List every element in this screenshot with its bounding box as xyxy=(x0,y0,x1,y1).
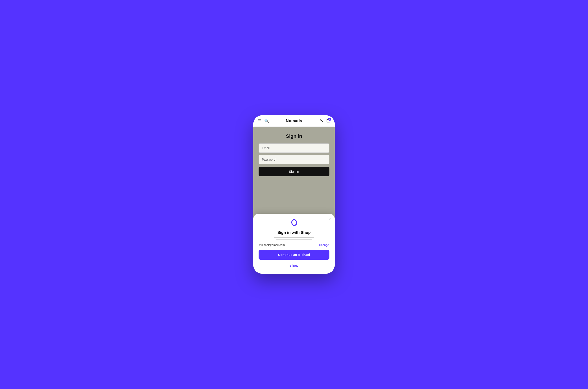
modal-title: Sign in with Shop xyxy=(259,230,329,235)
modal-dividers xyxy=(259,237,329,240)
search-icon[interactable]: 🔍 xyxy=(264,119,269,124)
svg-point-0 xyxy=(321,119,322,120)
email-row: michael@email.com Change xyxy=(259,243,329,247)
divider-thick xyxy=(274,237,314,238)
cart-badge-count: 1 xyxy=(328,118,331,121)
password-input[interactable] xyxy=(259,155,329,164)
divider-thin xyxy=(276,239,312,240)
navbar: ☰ 🔍 Nomads 1 xyxy=(253,115,335,127)
signin-background: Sign in Sign in × Sign in with Shop mich… xyxy=(253,127,335,274)
navbar-title: Nomads xyxy=(286,119,302,123)
menu-icon[interactable]: ☰ xyxy=(258,119,261,124)
signin-button[interactable]: Sign in xyxy=(259,167,329,176)
account-icon[interactable] xyxy=(319,118,323,124)
shop-wordmark: shop xyxy=(259,263,329,267)
change-email-button[interactable]: Change xyxy=(319,243,329,247)
shop-logo-icon xyxy=(259,218,329,228)
shop-modal: × Sign in with Shop michael@email.com Ch… xyxy=(253,214,335,274)
user-email: michael@email.com xyxy=(259,243,285,247)
phone-frame: ☰ 🔍 Nomads 1 Sign in Sign in xyxy=(253,115,335,274)
continue-button[interactable]: Continue as Michael xyxy=(259,250,329,260)
signin-title: Sign in xyxy=(286,133,302,139)
navbar-left: ☰ 🔍 xyxy=(258,119,269,124)
navbar-right: 1 xyxy=(319,118,330,124)
email-input[interactable] xyxy=(259,143,329,153)
cart-icon-wrapper[interactable]: 1 xyxy=(326,119,330,124)
modal-close-button[interactable]: × xyxy=(328,217,331,221)
